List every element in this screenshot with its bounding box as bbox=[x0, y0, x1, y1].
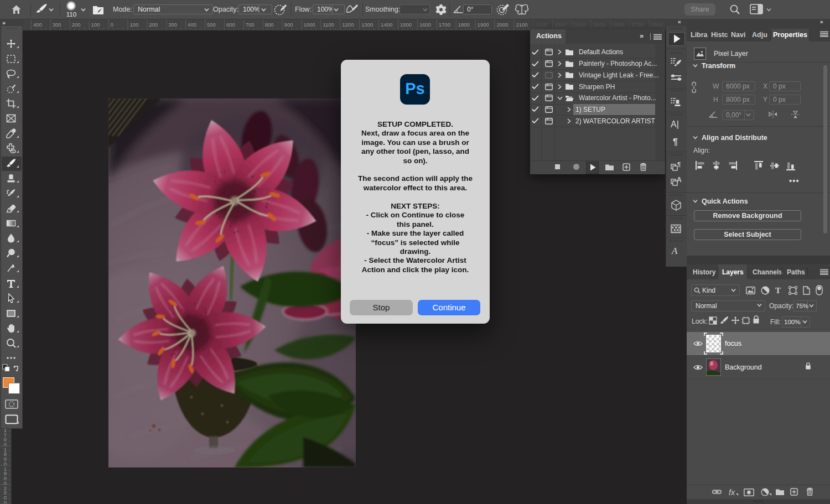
svg-text:300: 300 bbox=[168, 22, 177, 28]
svg-text:400: 400 bbox=[33, 22, 42, 28]
svg-text:1100: 1100 bbox=[323, 22, 334, 28]
svg-text:200: 200 bbox=[72, 22, 81, 28]
svg-text:2000: 2000 bbox=[497, 22, 509, 28]
svg-text:600: 600 bbox=[226, 22, 235, 28]
svg-text:300: 300 bbox=[53, 22, 61, 28]
svg-text:1400: 1400 bbox=[381, 22, 392, 28]
svg-text:1900: 1900 bbox=[478, 22, 489, 28]
svg-text:2600: 2600 bbox=[613, 22, 624, 28]
svg-text:2800: 2800 bbox=[651, 22, 663, 28]
svg-text:1700: 1700 bbox=[439, 22, 450, 28]
svg-text:0: 0 bbox=[111, 22, 113, 28]
svg-text:2500: 2500 bbox=[593, 22, 605, 28]
svg-text:A: A bbox=[677, 176, 682, 184]
svg-text:1800: 1800 bbox=[458, 22, 470, 28]
svg-text:2200: 2200 bbox=[535, 22, 547, 28]
svg-text:2400: 2400 bbox=[574, 22, 585, 28]
svg-text:100: 100 bbox=[91, 22, 100, 28]
svg-text:2700: 2700 bbox=[632, 22, 644, 28]
svg-text:1300: 1300 bbox=[361, 22, 373, 28]
svg-text:1600: 1600 bbox=[419, 22, 431, 28]
svg-text:0: 0 bbox=[4, 500, 7, 504]
svg-text:2300: 2300 bbox=[554, 22, 566, 28]
svg-text:700: 700 bbox=[246, 22, 255, 28]
svg-text:¶: ¶ bbox=[677, 162, 681, 168]
svg-text:200: 200 bbox=[149, 22, 158, 28]
svg-text:1200: 1200 bbox=[342, 22, 354, 28]
svg-text:1000: 1000 bbox=[304, 22, 315, 28]
svg-text:500: 500 bbox=[207, 22, 216, 28]
svg-text:800: 800 bbox=[265, 22, 274, 28]
svg-text:1500: 1500 bbox=[400, 22, 412, 28]
svg-text:900: 900 bbox=[284, 22, 293, 28]
svg-text:100: 100 bbox=[129, 22, 138, 28]
svg-text:400: 400 bbox=[188, 22, 196, 28]
svg-text:2100: 2100 bbox=[516, 22, 527, 28]
